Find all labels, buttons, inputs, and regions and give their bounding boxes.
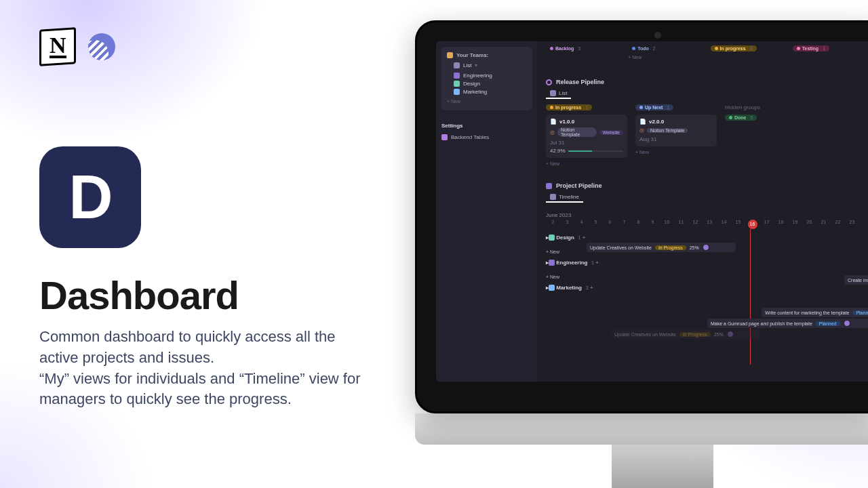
app-icon: D [39, 146, 141, 248]
sidebar-team-engineering[interactable]: Engineering [454, 73, 527, 79]
timeline-new[interactable]: + New [546, 271, 868, 282]
release-card[interactable]: 📄v2.0.0 ◎ Notion Template Aug 31 [635, 115, 717, 146]
board-col-todo: Todo2 + New [628, 45, 709, 60]
avatar-icon [727, 331, 734, 338]
release-pipeline-header: Release Pipeline [546, 79, 868, 85]
team-icon [454, 81, 460, 87]
timeline-icon [550, 194, 556, 200]
page-description: Common dashboard to quickly access all t… [39, 327, 365, 410]
monitor: Your Teams: List ▾ Engineering Design Ma… [415, 20, 868, 413]
list-icon [550, 90, 556, 96]
timeline-bar[interactable]: Update Creatives on Website In Progress … [611, 329, 760, 339]
timeline-bar[interactable]: Write content for marketing the template… [762, 308, 868, 317]
release-hidden-groups: Hidden groups Done0 [725, 104, 806, 121]
timeline-bar[interactable]: Make a Gumroad page and publish the temp… [707, 319, 868, 328]
doc-icon: 📄 [550, 119, 557, 125]
sidebar-teams-header: Your Teams: [447, 52, 527, 58]
sidebar: Your Teams: List ▾ Engineering Design Ma… [436, 41, 538, 382]
avatar-icon [703, 244, 709, 251]
screen: Your Teams: List ▾ Engineering Design Ma… [436, 41, 868, 382]
doc-icon: 📄 [639, 119, 646, 125]
list-icon [454, 62, 460, 68]
timeline-month: June 2023 [546, 212, 868, 218]
status-pill-backlog[interactable]: Backlog3 [546, 45, 585, 52]
db-icon [441, 134, 448, 140]
team-icon [454, 73, 460, 79]
release-icon [546, 79, 552, 85]
timeline-group-design[interactable]: ▸ Design 1 + [546, 232, 868, 243]
notion-logo: N [39, 27, 76, 66]
sidebar-team-marketing[interactable]: Marketing [454, 89, 527, 95]
people-icon [447, 52, 453, 58]
board-new[interactable]: + New [628, 55, 709, 60]
release-tab-list[interactable]: List [546, 89, 571, 99]
pipeline-tab-timeline[interactable]: Timeline [546, 192, 583, 203]
release-new[interactable]: + New [546, 161, 627, 166]
team-icon [549, 260, 555, 266]
board-col-backlog: Backlog3 [546, 45, 627, 60]
timeline-days: 234567891011121314151617181920212223 [546, 220, 868, 229]
page-title: Dashboard [39, 272, 239, 318]
avatar-icon [844, 320, 850, 327]
timeline-group-engineering[interactable]: ▸ Engineering 1 + [546, 257, 868, 268]
status-pill[interactable]: In progress1 [546, 104, 592, 110]
board-col-inprog: In progress3 [711, 45, 792, 60]
team-icon [549, 285, 555, 291]
linear-logo-icon [88, 33, 115, 60]
status-pill-done[interactable]: Done0 [725, 115, 757, 121]
status-pill-todo[interactable]: Todo2 [628, 45, 660, 52]
sidebar-backend-tables[interactable]: Backend Tables [441, 134, 532, 140]
sidebar-settings-header: Settings [441, 123, 532, 129]
target-icon: ◎ [550, 129, 555, 136]
project-pipeline-header: Project Pipeline [546, 182, 868, 189]
release-col-upnext: Up Next1 📄v2.0.0 ◎ Notion Template Aug 3… [635, 104, 717, 155]
roadmap-icon [546, 183, 552, 189]
release-new[interactable]: + New [635, 150, 717, 155]
team-icon [454, 89, 460, 95]
timeline-bar[interactable]: Update Creatives on Website In Progress … [587, 243, 736, 252]
status-pill-test[interactable]: Testing1 [793, 45, 829, 52]
timeline-group-marketing[interactable]: ▸ Marketing 3 + [546, 282, 868, 293]
target-icon: ◎ [639, 127, 644, 134]
status-pill-inprog[interactable]: In progress3 [711, 45, 757, 52]
release-col-inprog: In progress1 📄v1.0.0 ◎ Notion TemplateWe… [546, 104, 627, 166]
sidebar-new-team[interactable]: + New [447, 99, 527, 104]
team-icon [549, 235, 555, 241]
sidebar-view-list[interactable]: List ▾ [454, 62, 527, 68]
status-pill[interactable]: Up Next1 [635, 104, 673, 110]
sidebar-team-design[interactable]: Design [454, 81, 527, 87]
release-card[interactable]: 📄v1.0.0 ◎ Notion TemplateWebsite Jul 31 … [546, 115, 627, 158]
board-col-test: Testing1 [793, 45, 868, 60]
timeline-bar[interactable]: Create inner ta [844, 275, 868, 285]
